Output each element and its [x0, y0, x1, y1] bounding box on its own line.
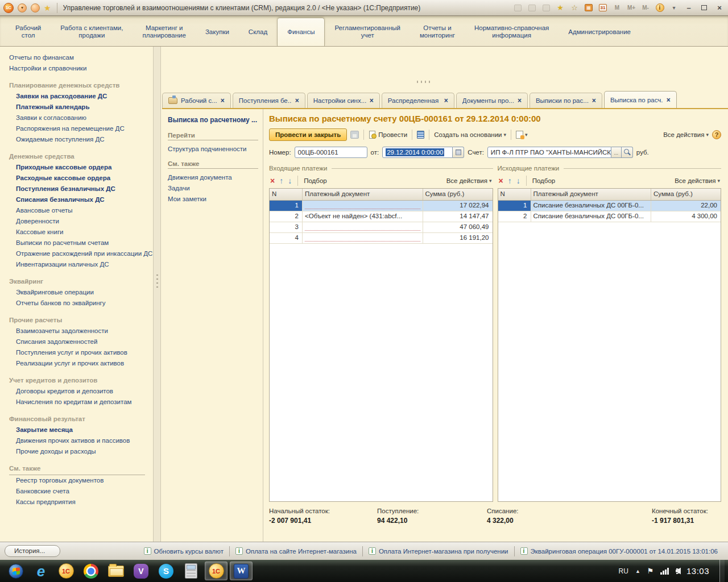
section-tab[interactable]: Маркетинг и планирование — [133, 18, 195, 46]
tab-close-icon[interactable]: × — [370, 97, 374, 105]
date-picker-button[interactable] — [453, 147, 464, 158]
sidebar-splitter[interactable] — [154, 47, 161, 542]
sidebar-item[interactable]: Реестр торговых документов — [9, 475, 153, 486]
calendar-icon[interactable]: 31 — [598, 3, 607, 12]
section-tab[interactable]: Склад — [239, 18, 277, 46]
post-and-close-button[interactable]: Провести и закрыть — [269, 128, 347, 141]
sidebar-item[interactable]: Списания безналичных ДС — [9, 194, 153, 205]
section-tab[interactable]: Администрирование — [559, 18, 640, 46]
maximize-button[interactable] — [699, 3, 709, 12]
1c-app-icon[interactable]: 1С — [3, 3, 14, 13]
sidebar-item[interactable]: Заявки к согласованию — [9, 113, 153, 123]
section-tab[interactable]: Отчеты и мониторинг — [410, 18, 465, 46]
sidebar-item[interactable]: Отчеты банков по эквайрингу — [9, 298, 153, 309]
taskbar-chrome-icon[interactable] — [80, 562, 102, 580]
reports-menu-button[interactable]: ▾ — [516, 131, 528, 139]
network-icon[interactable] — [660, 568, 669, 575]
memory-recall-icon[interactable]: M — [613, 3, 622, 12]
document-tab[interactable]: Документы про...× — [456, 93, 528, 108]
taskbar-file-explorer-icon[interactable] — [105, 562, 127, 580]
sidebar-item[interactable]: Инвентаризации наличных ДС — [9, 259, 153, 270]
move-down-icon[interactable]: ↓ — [288, 176, 292, 185]
document-tab[interactable]: Поступления бе...× — [233, 93, 305, 108]
table-row[interactable]: 1Списание безналичных ДС 00ГБ-0...22,00 — [498, 201, 721, 211]
sidebar-item[interactable]: Ожидаемые поступления ДС — [9, 134, 153, 145]
taskbar-1c-icon[interactable]: 1С — [205, 562, 228, 580]
sidebar-item[interactable]: Кассы предприятия — [9, 497, 153, 508]
nav-item[interactable]: Задачи — [168, 183, 258, 194]
save-icon[interactable] — [513, 3, 522, 12]
sidebar-item[interactable]: Прочие доходы и расходы — [9, 446, 153, 457]
section-tab[interactable]: Нормативно-справочная информация — [465, 18, 559, 46]
move-up-icon[interactable]: ↑ — [508, 176, 512, 185]
memory-plus-icon[interactable]: M+ — [627, 3, 636, 12]
sidebar-item[interactable]: Поступления услуг и прочих активов — [9, 347, 153, 358]
table-row[interactable]: 347 060,49 — [270, 222, 493, 233]
close-button[interactable]: × — [714, 3, 725, 12]
sidebar-item[interactable]: Заявки на расходование ДС — [9, 91, 153, 102]
save-document-icon[interactable] — [350, 131, 359, 139]
account-field[interactable]: ИП Ф-Л ПТР ПАО "ХАНТЫ-МАНСИЙСКИЙ БА — [487, 147, 611, 158]
taskbar-viber-icon[interactable]: V — [130, 562, 152, 580]
nav-item[interactable]: Движения документа — [168, 172, 258, 183]
sidebar-item[interactable]: Распоряжения на перемещение ДС — [9, 123, 153, 134]
tab-close-icon[interactable]: × — [221, 97, 225, 105]
notification-item[interactable]: iОплата на сайте Интернет-магазина — [229, 546, 362, 556]
taskbar-calculator-icon[interactable] — [180, 562, 202, 580]
outgoing-payments-table[interactable]: NПлатежный документСумма (руб.) 1Списани… — [498, 188, 722, 502]
section-tab[interactable]: Работа с клиентами, продажи — [51, 18, 133, 46]
incoming-payments-table[interactable]: NПлатежный документСумма (руб.) 117 022,… — [269, 188, 493, 502]
section-tab[interactable]: Регламентированный учет — [325, 18, 410, 46]
document-tab[interactable]: Выписки по рас...× — [530, 93, 602, 108]
document-tab[interactable]: Выписка по расч...× — [604, 91, 677, 108]
pick-button[interactable]: Подбор — [304, 177, 327, 184]
document-tab[interactable]: Настройки синх...× — [307, 93, 380, 108]
notification-item[interactable]: iЭквайринговая операция 00ГУ-000001 от 1… — [514, 546, 724, 556]
panel-grip[interactable] — [417, 81, 432, 83]
sidebar-item[interactable]: Платежный календарь — [9, 102, 153, 113]
column-header[interactable]: N — [270, 189, 303, 200]
table-row[interactable]: 2<Объект не найден> (431:abcf...14 147,4… — [270, 211, 493, 222]
sidebar-item[interactable]: Приходные кассовые ордера — [9, 162, 153, 173]
column-header[interactable]: Сумма (руб.) — [423, 189, 493, 200]
sidebar-item[interactable]: Договоры кредитов и депозитов — [9, 386, 153, 397]
print-icon[interactable] — [527, 3, 536, 12]
sidebar-item[interactable]: Эквайринговые операции — [9, 287, 153, 298]
taskbar-start-icon[interactable] — [5, 562, 27, 580]
language-indicator[interactable]: RU — [619, 567, 628, 575]
sidebar-item[interactable]: Банковские счета — [9, 486, 153, 497]
calculator-icon[interactable]: ▦ — [584, 3, 593, 12]
action-center-icon[interactable]: ⚑ — [647, 567, 654, 575]
column-header[interactable]: Платежный документ — [531, 189, 652, 200]
delete-row-icon[interactable]: × — [270, 176, 275, 185]
sidebar-item[interactable]: Выписки по расчетным счетам — [9, 238, 153, 248]
all-actions-button[interactable]: Все действия▾ — [663, 131, 709, 138]
table-row[interactable]: 416 191,20 — [270, 233, 493, 244]
system-menu-icon[interactable]: ▾ — [18, 3, 27, 13]
column-header[interactable]: Платежный документ — [303, 189, 423, 200]
document-tab[interactable]: Распределенная ...× — [382, 93, 454, 108]
notification-item[interactable]: iОплата Интернет-магазина при получении — [362, 546, 514, 556]
sidebar-item[interactable]: Отчеты по финансам — [9, 52, 153, 63]
sidebar-item[interactable]: Доверенности — [9, 216, 153, 227]
volume-icon[interactable] — [676, 568, 680, 575]
section-tab[interactable]: Рабочий стол — [6, 18, 51, 46]
tab-close-icon[interactable]: × — [592, 97, 596, 105]
sidebar-item[interactable]: Начисления по кредитам и депозитам — [9, 397, 153, 408]
tab-close-icon[interactable]: × — [295, 97, 299, 105]
sidebar-item[interactable]: Списания задолженностей — [9, 336, 153, 347]
tab-close-icon[interactable]: × — [518, 97, 522, 105]
tab-close-icon[interactable]: × — [444, 97, 448, 105]
sidebar-item[interactable]: Настройки и справочники — [9, 63, 153, 74]
date-field[interactable]: 29.12.2014 0:00:00 — [382, 147, 453, 158]
favorites-icon[interactable]: ☆ — [570, 3, 579, 12]
show-desktop-button[interactable] — [719, 560, 725, 582]
register-records-icon[interactable] — [417, 131, 424, 139]
print-preview-icon[interactable] — [541, 3, 551, 12]
nav-item[interactable]: Структура подчиненности — [168, 144, 258, 155]
sidebar-item[interactable]: Закрытие месяца — [9, 425, 153, 435]
account-search-button[interactable] — [622, 147, 633, 158]
column-header[interactable]: Сумма (руб.) — [651, 189, 721, 200]
taskbar-word-icon[interactable]: W — [230, 562, 253, 580]
tab-close-icon[interactable]: × — [667, 96, 671, 104]
